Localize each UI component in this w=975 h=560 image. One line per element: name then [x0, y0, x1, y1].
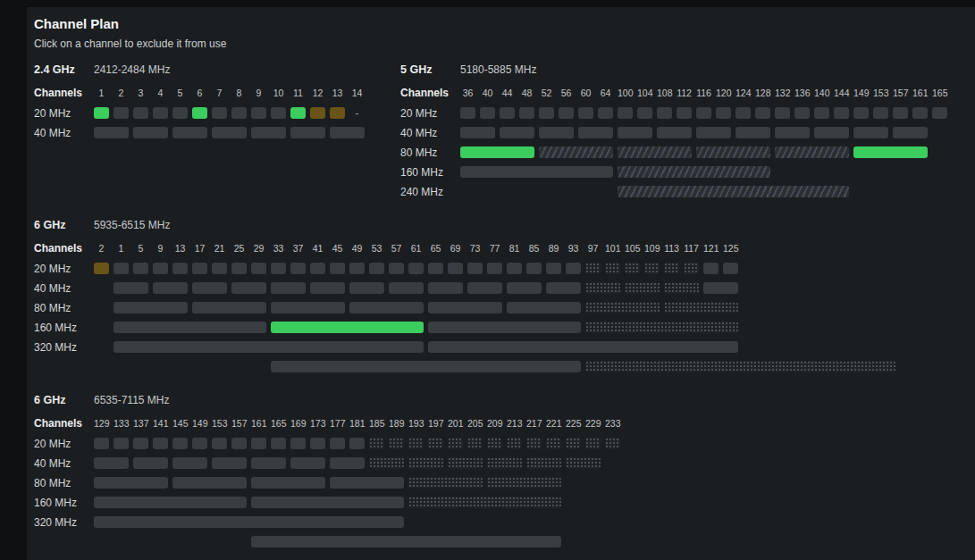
channel-block-6ghz-a-40mhz-ch49[interactable]	[349, 282, 384, 294]
channel-block-6ghz-a-40mhz-ch97[interactable]	[585, 282, 620, 294]
channel-block-6ghz-a-160mhz-ch1[interactable]	[113, 322, 266, 333]
channel-block-24ghz-20mhz-ch8[interactable]	[231, 107, 247, 119]
channel-block-6ghz-a-40mhz-ch73[interactable]	[467, 282, 502, 294]
channel-block-6ghz-a-20mhz-ch5[interactable]	[133, 263, 148, 274]
channel-block-6ghz-b-20mhz-ch213[interactable]	[507, 438, 522, 449]
channel-block-6ghz-a-20mhz-ch33[interactable]	[271, 263, 286, 274]
channel-block-6ghz-b-40mhz-ch193[interactable]	[408, 457, 443, 469]
channel-block-5ghz-40mhz-ch108[interactable]	[657, 127, 692, 138]
channel-block-6ghz-b-40mhz-ch217[interactable]	[526, 457, 561, 469]
channel-block-6ghz-a-20mhz-ch125[interactable]	[723, 263, 738, 274]
channel-block-6ghz-b-20mhz-ch129[interactable]	[94, 438, 109, 449]
channel-block-6ghz-b-160mhz-ch161[interactable]	[251, 497, 404, 508]
channel-block-5ghz-20mhz-ch165[interactable]	[932, 107, 947, 119]
channel-block-5ghz-20mhz-ch124[interactable]	[735, 107, 751, 119]
channel-block-6ghz-b-20mhz-ch221[interactable]	[546, 438, 561, 449]
channel-block-24ghz-20mhz-ch4[interactable]	[153, 107, 168, 119]
channel-block-6ghz-a-160mhz-ch65[interactable]	[428, 322, 581, 333]
channel-block-6ghz-a-20mhz-ch9[interactable]	[153, 263, 168, 274]
channel-block-5ghz-20mhz-ch64[interactable]	[598, 107, 613, 119]
channel-block-6ghz-a-80mhz-ch65[interactable]	[428, 302, 502, 313]
channel-block-6ghz-a-160mhz-ch97[interactable]	[585, 322, 738, 333]
channel-block-6ghz-a-20mhz-ch37[interactable]	[290, 263, 306, 274]
channel-block-6ghz-b-20mhz-ch141[interactable]	[153, 438, 168, 449]
channel-block-6ghz-a-20mhz-ch17[interactable]	[192, 263, 207, 274]
channel-block-24ghz-40mhz-ch3[interactable]	[133, 127, 168, 138]
channel-block-6ghz-b-20mhz-ch165[interactable]	[271, 438, 286, 449]
channel-block-6ghz-a-20mhz-ch53[interactable]	[369, 263, 384, 274]
channel-block-5ghz-40mhz-ch157[interactable]	[893, 127, 928, 138]
channel-block-6ghz-a-20mhz-ch69[interactable]	[448, 263, 463, 274]
channel-block-6ghz-a-20mhz-ch21[interactable]	[212, 263, 227, 274]
channel-block-6ghz-b-80mhz-ch177[interactable]	[330, 477, 404, 489]
channel-block-24ghz-40mhz-ch13[interactable]	[330, 127, 365, 138]
channel-block-6ghz-b-20mhz-ch233[interactable]	[605, 438, 620, 449]
channel-block-6ghz-a-40mhz-ch65[interactable]	[428, 282, 463, 294]
channel-block-6ghz-a-40mhz-ch33[interactable]	[271, 282, 306, 294]
channel-block-6ghz-a-20mhz-ch65[interactable]	[428, 263, 443, 274]
channel-block-6ghz-b-80mhz-ch161[interactable]	[251, 477, 325, 489]
channel-block-5ghz-20mhz-ch153[interactable]	[873, 107, 888, 119]
channel-block-6ghz-a-80mhz-ch17[interactable]	[192, 302, 266, 313]
channel-block-6ghz-b-20mhz-ch189[interactable]	[389, 438, 404, 449]
channel-block-6ghz-a-20mhz-ch109[interactable]	[644, 263, 660, 274]
channel-block-5ghz-40mhz-ch132[interactable]	[775, 127, 810, 138]
channel-block-6ghz-b-20mhz-ch225[interactable]	[566, 438, 581, 449]
channel-block-5ghz-20mhz-ch161[interactable]	[912, 107, 928, 119]
channel-block-5ghz-20mhz-ch52[interactable]	[539, 107, 554, 119]
channel-block-24ghz-20mhz-ch6[interactable]	[192, 107, 207, 119]
channel-block-6ghz-a-80mhz-ch33[interactable]	[271, 302, 345, 313]
channel-block-6ghz-a-20mhz-ch93[interactable]	[566, 263, 581, 274]
channel-block-6ghz-b-40mhz-ch129[interactable]	[94, 457, 129, 469]
channel-block-5ghz-160mhz-ch36[interactable]	[460, 166, 613, 178]
channel-block-24ghz-40mhz-ch1[interactable]	[94, 127, 129, 138]
channel-block-5ghz-80mhz-ch132[interactable]	[775, 146, 849, 158]
channel-block-24ghz-20mhz-ch10[interactable]	[271, 107, 286, 119]
channel-block-5ghz-240mhz-ch100[interactable]	[618, 186, 849, 197]
channel-block-6ghz-a-80mhz-ch1[interactable]	[113, 302, 188, 313]
channel-block-6ghz-a-320mhz-b-ch33[interactable]	[271, 361, 581, 372]
channel-block-6ghz-b-20mhz-ch201[interactable]	[448, 438, 463, 449]
channel-block-6ghz-a-40mhz-ch121[interactable]	[703, 282, 738, 294]
channel-block-6ghz-b-320mhz-ch129[interactable]	[94, 516, 404, 528]
channel-block-6ghz-a-20mhz-ch25[interactable]	[231, 263, 247, 274]
channel-block-6ghz-a-20mhz-ch45[interactable]	[330, 263, 345, 274]
channel-block-5ghz-20mhz-ch132[interactable]	[775, 107, 790, 119]
channel-block-24ghz-40mhz-ch9[interactable]	[251, 127, 286, 138]
channel-block-6ghz-b-40mhz-ch209[interactable]	[487, 457, 522, 469]
channel-block-6ghz-a-20mhz-ch77[interactable]	[487, 263, 502, 274]
channel-block-24ghz-20mhz-ch9[interactable]	[251, 107, 266, 119]
channel-block-5ghz-40mhz-ch124[interactable]	[735, 127, 770, 138]
channel-block-5ghz-40mhz-ch36[interactable]	[460, 127, 495, 138]
channel-block-6ghz-b-20mhz-ch229[interactable]	[585, 438, 601, 449]
channel-block-6ghz-a-20mhz-ch117[interactable]	[684, 263, 699, 274]
channel-block-6ghz-a-80mhz-ch49[interactable]	[349, 302, 424, 313]
channel-block-6ghz-a-80mhz-ch97[interactable]	[585, 302, 660, 313]
channel-block-6ghz-b-40mhz-ch137[interactable]	[133, 457, 168, 469]
channel-block-5ghz-80mhz-ch52[interactable]	[539, 146, 613, 158]
channel-block-6ghz-b-40mhz-ch161[interactable]	[251, 457, 286, 469]
channel-block-5ghz-40mhz-ch44[interactable]	[500, 127, 534, 138]
channel-block-24ghz-20mhz-ch2[interactable]	[113, 107, 129, 119]
channel-block-6ghz-a-160mhz-ch33[interactable]	[271, 322, 424, 333]
channel-block-6ghz-b-20mhz-ch157[interactable]	[231, 438, 247, 449]
channel-block-5ghz-20mhz-ch56[interactable]	[559, 107, 574, 119]
channel-block-24ghz-20mhz-ch13[interactable]	[330, 107, 345, 119]
channel-block-6ghz-b-20mhz-ch217[interactable]	[526, 438, 542, 449]
channel-block-5ghz-160mhz-ch100[interactable]	[618, 166, 770, 178]
channel-block-5ghz-20mhz-ch157[interactable]	[893, 107, 908, 119]
channel-block-5ghz-20mhz-ch128[interactable]	[755, 107, 770, 119]
channel-block-6ghz-a-20mhz-ch113[interactable]	[664, 263, 679, 274]
channel-block-5ghz-40mhz-ch140[interactable]	[814, 127, 849, 138]
channel-block-6ghz-a-20mhz-ch121[interactable]	[703, 263, 719, 274]
channel-block-5ghz-20mhz-ch36[interactable]	[460, 107, 475, 119]
channel-block-6ghz-b-20mhz-ch169[interactable]	[290, 438, 306, 449]
channel-block-6ghz-a-40mhz-ch41[interactable]	[310, 282, 345, 294]
channel-block-5ghz-20mhz-ch104[interactable]	[637, 107, 652, 119]
channel-block-6ghz-a-20mhz-ch1[interactable]	[113, 263, 129, 274]
channel-block-5ghz-80mhz-ch149[interactable]	[853, 146, 928, 158]
channel-block-5ghz-40mhz-ch100[interactable]	[618, 127, 652, 138]
channel-block-6ghz-b-40mhz-ch145[interactable]	[172, 457, 207, 469]
channel-block-6ghz-b-20mhz-ch161[interactable]	[251, 438, 266, 449]
channel-block-5ghz-80mhz-ch116[interactable]	[696, 146, 770, 158]
